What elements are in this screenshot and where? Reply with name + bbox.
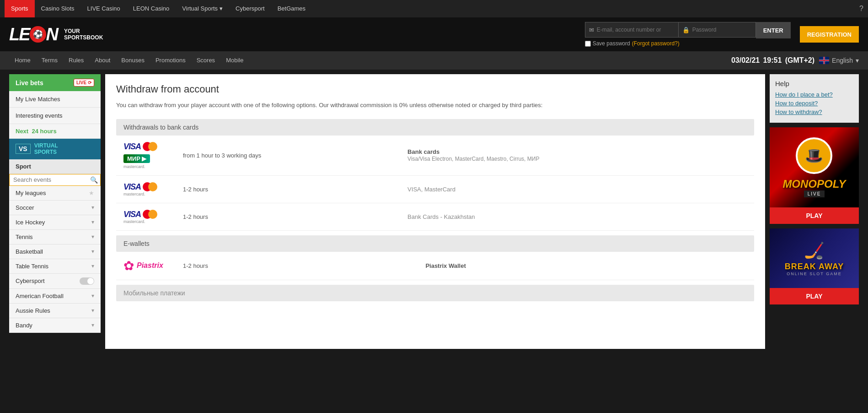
sidebar-sport-aussie-rules[interactable]: Aussie Rules ▾ — [9, 304, 101, 318]
nav-home[interactable]: Home — [9, 51, 36, 70]
table-row: VISA mastercard. 1-2 hours Bank Cards - … — [116, 203, 754, 230]
main-content: Withdraw from account You can withdraw f… — [105, 74, 765, 349]
nav-rules[interactable]: Rules — [63, 51, 89, 70]
hours-link[interactable]: 24 hours — [32, 128, 56, 135]
sidebar-my-live-matches[interactable]: My Live Matches — [9, 91, 101, 108]
nav-cybersport[interactable]: Cybersport — [229, 0, 271, 17]
chevron-icon: ▾ — [91, 307, 94, 314]
nav-betgames[interactable]: BetGames — [271, 0, 312, 17]
chevron-icon: ▾ — [91, 219, 94, 225]
language-selector[interactable]: English ▾ — [819, 57, 859, 64]
help-box: Help How do I place a bet? How to deposi… — [770, 74, 859, 123]
enter-button[interactable]: ENTER — [756, 22, 791, 38]
mastercard-logo — [143, 210, 157, 219]
mastercard-logo — [143, 142, 157, 151]
sidebar-interesting-events[interactable]: Interesting events — [9, 108, 101, 124]
payment-logo-cell: VISA mastercard. — [116, 203, 176, 230]
bank-cards-table: VISA МИР ▶ mastercard. from 1 hour to — [116, 136, 754, 231]
payment-name: VISA, MasterCard — [400, 175, 754, 203]
payment-logo-cell: VISA МИР ▶ mastercard. — [116, 136, 176, 176]
ewallets-table: ✿ Piastrix 1-2 hours Piastrix Wallet — [116, 252, 754, 280]
star-icon: ★ — [89, 190, 94, 196]
help-title: Help — [775, 80, 853, 87]
email-wrapper: ✉ — [585, 22, 679, 38]
breakaway-play-button[interactable]: PLAY — [770, 288, 859, 304]
piastrix-flower-icon: ✿ — [123, 258, 134, 273]
page-title: Withdraw from account — [116, 83, 754, 95]
card-logos: VISA МИР ▶ mastercard. — [123, 142, 168, 169]
chevron-icon: ▾ — [91, 234, 94, 240]
register-button[interactable]: REGISTRATION — [800, 26, 859, 43]
sidebar-sport-basketball[interactable]: Basketball ▾ — [9, 245, 101, 259]
mir-logo: МИР ▶ — [123, 154, 150, 163]
save-password-row: Save password (Forgot password?) — [585, 40, 791, 47]
table-row: ✿ Piastrix 1-2 hours Piastrix Wallet — [116, 252, 754, 280]
sidebar-sport-cybersport[interactable]: Cybersport — [9, 274, 101, 289]
monopoly-subtitle: LIVE — [804, 190, 825, 197]
help-icon[interactable]: ? — [859, 5, 863, 13]
site-logo[interactable]: LE ⚽ N YOUR SPORTSBOOK — [9, 25, 103, 44]
logo-your: YOUR — [64, 28, 103, 34]
timezone-text: (GMT+2) — [785, 56, 814, 64]
payment-logo-cell: ✿ Piastrix — [116, 252, 176, 280]
nav-casino-slots[interactable]: Casino Slots — [35, 0, 81, 17]
chevron-down-icon: ▾ — [220, 0, 223, 17]
nav-scores[interactable]: Scores — [191, 51, 220, 70]
save-password-checkbox[interactable] — [585, 41, 591, 47]
breakaway-subtitle: ONLINE SLOT GAME — [787, 272, 841, 276]
lang-chevron-icon: ▾ — [856, 57, 859, 64]
search-input[interactable] — [13, 176, 90, 183]
nav-promotions[interactable]: Promotions — [150, 51, 191, 70]
payment-time: 1-2 hours — [176, 252, 418, 280]
chevron-icon: ▾ — [91, 263, 94, 269]
sidebar-sport-tennis[interactable]: Tennis ▾ — [9, 230, 101, 245]
cybersport-toggle[interactable] — [80, 277, 94, 285]
help-link-deposit[interactable]: How to deposit? — [775, 100, 853, 107]
nav-terms[interactable]: Terms — [36, 51, 63, 70]
visa-logo: VISA — [123, 182, 141, 192]
monopoly-promo-image: 🎩 MONOPOLY LIVE — [770, 127, 859, 207]
payment-time: 1-2 hours — [176, 203, 400, 230]
help-link-place-bet[interactable]: How do I place a bet? — [775, 91, 853, 98]
right-panel: Help How do I place a bet? How to deposi… — [770, 74, 859, 349]
forgot-password-link[interactable]: (Forgot password?) — [632, 40, 680, 47]
sidebar-sport-table-tennis[interactable]: Table Tennis ▾ — [9, 259, 101, 274]
live-bets-header[interactable]: Live bets LIVE ⟳ — [9, 74, 101, 91]
sidebar-sport-soccer[interactable]: Soccer ▾ — [9, 201, 101, 215]
nav-virtual-sports[interactable]: Virtual Sports ▾ — [176, 0, 229, 17]
payment-name: Piastrix Wallet — [418, 252, 754, 280]
payment-time: 1-2 hours — [176, 175, 400, 203]
sidebar-sport-bandy[interactable]: Bandy ▾ — [9, 318, 101, 333]
nav-live-casino[interactable]: LIVE Casino — [81, 0, 127, 17]
language-label: English — [832, 57, 853, 64]
payment-name: Bank Cards - Kazakhstan — [400, 203, 754, 230]
live-badge: LIVE ⟳ — [74, 79, 94, 87]
mastercard-logo — [143, 182, 157, 191]
email-input[interactable] — [597, 27, 675, 33]
nav-mobile[interactable]: Mobile — [220, 51, 249, 70]
sidebar-virtual-sports[interactable]: VS VIRTUALSPORTS — [9, 139, 101, 159]
piastrix-logo: ✿ Piastrix — [123, 258, 168, 273]
payment-time: from 1 hour to 3 working days — [176, 136, 400, 176]
monopoly-play-button[interactable]: PLAY — [770, 207, 859, 224]
sidebar: Live bets LIVE ⟳ My Live Matches Interes… — [9, 74, 101, 349]
search-icon: 🔍 — [90, 176, 98, 184]
search-box: 🔍 — [9, 174, 101, 186]
date-text: 03/02/21 — [731, 56, 760, 64]
password-input[interactable] — [692, 27, 752, 33]
payment-logo-cell: VISA mastercard. — [116, 175, 176, 203]
sidebar-sport-ice-hockey[interactable]: Ice Hockey ▾ — [9, 215, 101, 230]
logo-ball: ⚽ — [30, 26, 46, 43]
datetime-display: 03/02/21 19:51 (GMT+2) — [731, 56, 814, 65]
visa-logo: VISA — [123, 210, 141, 219]
bank-cards-section-header: Withdrawals to bank cards — [116, 119, 754, 136]
live-bets-label: Live bets — [16, 79, 43, 87]
sidebar-sport-american-football[interactable]: American Football ▾ — [9, 289, 101, 304]
sidebar-my-leagues[interactable]: My leagues ★ — [9, 186, 101, 201]
help-link-withdraw[interactable]: How to withdraw? — [775, 109, 853, 115]
monopoly-promo: 🎩 MONOPOLY LIVE PLAY — [770, 127, 859, 224]
nav-bonuses[interactable]: Bonuses — [116, 51, 150, 70]
nav-about[interactable]: About — [89, 51, 116, 70]
nav-leon-casino[interactable]: LEON Casino — [127, 0, 176, 17]
nav-sports[interactable]: Sports — [5, 0, 35, 17]
